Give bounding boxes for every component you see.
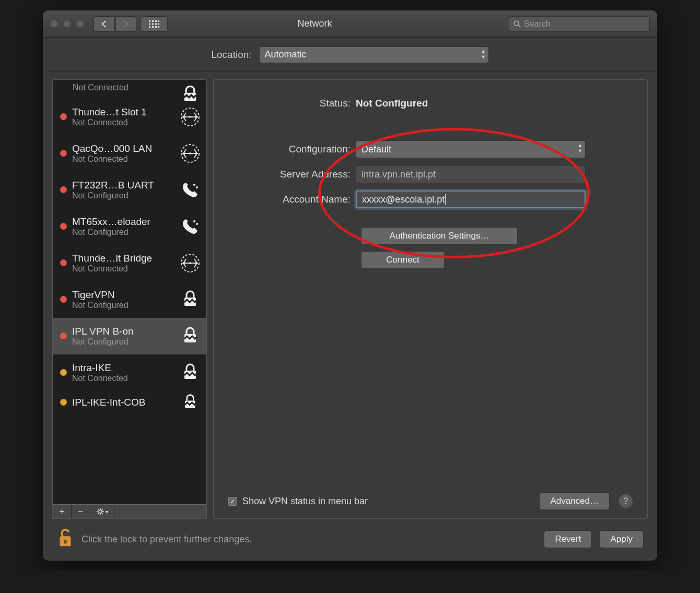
svg-line-42 [102,509,103,510]
status-dot-icon [60,369,67,376]
configuration-label: Configuration: [228,144,356,155]
service-status: Not Connected [72,118,174,127]
text-cursor [445,194,446,205]
service-item[interactable]: Intra-IKENot Connected [53,354,206,391]
account-name-label: Account Name: [228,194,356,205]
location-value: Automatic [265,49,307,60]
lock-open-icon[interactable] [56,527,74,551]
service-item[interactable]: QacQo…000 LANNot Connected [53,135,206,172]
zoom-button[interactable] [76,20,84,28]
stepper-icon: ▲▼ [578,143,582,153]
service-item[interactable]: Thunde…lt BridgeNot Connected [53,245,206,281]
service-action-menu[interactable]: ▾ [90,505,114,518]
service-status: Not Connected [72,155,174,164]
location-label: Location: [211,49,251,61]
show-vpn-status-label: Show VPN status in menu bar [242,496,368,507]
service-name: QacQo…000 LAN [72,143,174,155]
svg-point-26 [196,223,198,225]
service-list-toolbar: + − ▾ [52,504,207,519]
configuration-value: Default [361,144,391,155]
service-item-selected[interactable]: IPL VPN B-onNot Configured [53,318,206,354]
connect-button[interactable]: Connect [361,251,445,269]
service-name: Thunde…lt Bridge [72,253,174,264]
svg-rect-45 [64,540,67,544]
help-button[interactable]: ? [619,494,633,508]
service-status: Not Configured [72,301,174,310]
server-address-field[interactable]: intra.vpn.net.ipl.pt [356,165,586,183]
service-item[interactable]: TigerVPNNot Configured [53,281,206,318]
configuration-select[interactable]: Default ▲▼ [356,140,586,158]
service-status: Not Configured [72,228,174,237]
titlebar: Network Search [43,10,657,38]
search-field[interactable]: Search [509,16,650,32]
svg-point-25 [193,220,195,222]
status-dot-icon [60,150,67,157]
svg-point-24 [196,186,198,188]
svg-point-35 [99,510,102,513]
service-item[interactable]: MT65xx…eloaderNot Configured [53,208,206,245]
add-service-button[interactable]: + [53,505,72,518]
lock-icon [179,289,201,311]
revert-button[interactable]: Revert [544,530,592,548]
status-label: Status: [228,98,356,109]
status-dot-icon [60,223,67,230]
status-dot-icon [60,113,67,120]
location-select[interactable]: Automatic ▲▼ [259,46,489,63]
service-name: Intra-IKE [72,362,174,374]
close-button[interactable] [50,20,58,28]
advanced-button[interactable]: Advanced… [539,492,610,510]
server-address-value: intra.vpn.net.ipl.pt [361,169,436,180]
authentication-settings-button[interactable]: Authentication Settings… [361,227,518,245]
lock-text: Click the lock to prevent further change… [81,534,536,545]
ethernet-icon [179,252,201,274]
lock-icon [179,83,201,105]
service-list[interactable]: Not Connected Thunde…t Slot 1Not Connect… [52,79,207,504]
apply-button[interactable]: Apply [599,530,644,548]
service-status: Not Connected [73,83,129,92]
status-dot-icon [60,399,67,406]
network-preferences-window: Network Search Location: Automatic ▲▼ No… [43,10,657,561]
service-status: Not Connected [72,264,174,274]
service-name: Thunde…t Slot 1 [72,106,174,118]
svg-line-41 [102,513,103,514]
service-name: FT232R…B UART [72,180,174,191]
service-item[interactable]: IPL-IKE-Int-COB [53,391,206,414]
service-item[interactable]: FT232R…B UARTNot Configured [53,172,206,208]
location-row: Location: Automatic ▲▼ [43,38,657,72]
lock-icon [179,362,201,384]
service-status: Not Connected [72,374,174,383]
account-name-field[interactable]: xxxxx@escola.ipl.pt [356,191,586,208]
status-dot-icon [60,186,67,193]
gear-icon [96,507,104,516]
traffic-lights [50,20,84,28]
stepper-icon: ▲▼ [481,49,486,60]
minimize-button[interactable] [63,20,71,28]
lock-icon [179,325,201,347]
bottom-bar: Click the lock to prevent further change… [43,523,657,561]
service-sidebar: Not Connected Thunde…t Slot 1Not Connect… [52,79,207,519]
show-vpn-status-checkbox[interactable]: ✓ [228,497,237,506]
service-name: IPL VPN B-on [72,326,174,337]
chevron-left-icon [101,20,107,28]
svg-point-12 [514,21,519,26]
status-value: Not Configured [356,98,428,109]
status-dot-icon [60,296,67,303]
service-name: MT65xx…eloader [72,216,174,228]
svg-line-40 [98,509,99,510]
svg-line-43 [98,513,99,514]
account-name-value: xxxxx@escola.ipl.pt [362,194,445,205]
window-title: Network [121,18,509,29]
back-button[interactable] [94,16,114,32]
lock-icon [179,392,201,413]
search-placeholder: Search [524,19,551,29]
status-dot-icon [60,259,67,266]
phone-icon [179,179,201,201]
service-status: Not Configured [72,191,174,200]
ethernet-icon [179,143,201,164]
service-name: TigerVPN [72,289,174,301]
remove-service-button[interactable]: − [72,505,90,518]
status-dot-icon [60,333,67,339]
phone-icon [179,216,201,238]
service-item-partial[interactable]: Not Connected [53,80,206,99]
svg-point-23 [193,184,195,186]
